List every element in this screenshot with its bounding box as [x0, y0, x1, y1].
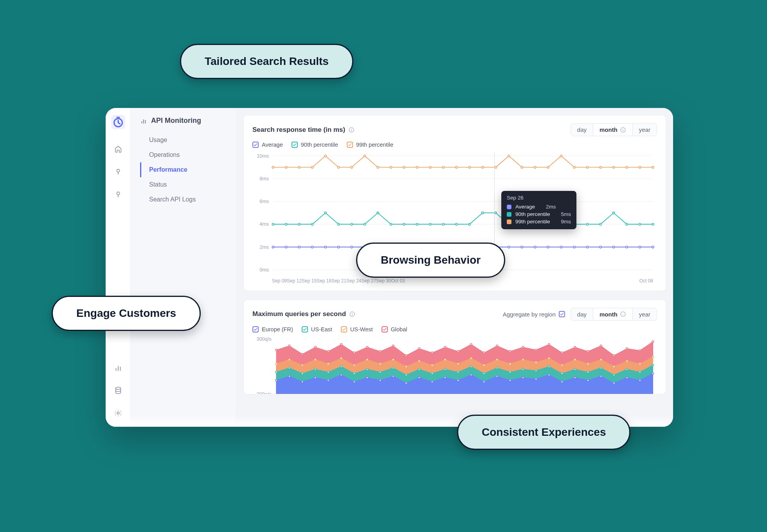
sidebar-item-status[interactable]: Status	[140, 177, 236, 192]
legend-item[interactable]: 99th percentile	[347, 142, 393, 148]
aggregate-label: Aggregate by region	[503, 311, 556, 318]
sidebar-items: Usage Operations Performance Status Sear…	[131, 133, 236, 207]
svg-point-129	[470, 343, 472, 345]
svg-point-172	[639, 363, 641, 365]
info-icon[interactable]	[348, 127, 355, 133]
svg-point-25	[338, 246, 340, 248]
legend-label: Europe (FR)	[262, 326, 293, 332]
svg-point-194	[535, 370, 537, 372]
svg-point-84	[324, 155, 326, 157]
svg-point-211	[366, 376, 368, 378]
bar-chart-icon[interactable]	[114, 363, 122, 372]
svg-point-3	[117, 192, 119, 195]
svg-point-150	[353, 364, 355, 366]
x-tick: Sep 09	[272, 278, 287, 284]
svg-point-189	[470, 365, 472, 367]
pin-icon[interactable]	[114, 167, 122, 176]
sidebar-item-search-api-logs[interactable]: Search API Logs	[140, 192, 236, 207]
svg-point-223	[522, 376, 524, 378]
database-icon[interactable]	[114, 386, 122, 395]
legend-item[interactable]: US-East	[302, 326, 332, 332]
gear-icon[interactable]	[114, 409, 122, 417]
svg-point-64	[456, 223, 457, 225]
svg-point-214	[405, 382, 407, 384]
x-tick: Sep 24	[346, 278, 361, 284]
svg-point-199	[600, 367, 602, 369]
svg-point-55	[338, 223, 340, 225]
range-year[interactable]: year	[633, 124, 657, 136]
svg-text:0ms: 0ms	[259, 267, 269, 273]
legend-item[interactable]: Global	[382, 326, 407, 332]
svg-text:8ms: 8ms	[259, 176, 269, 182]
svg-point-158	[457, 363, 459, 365]
range-month[interactable]: month	[593, 308, 633, 320]
svg-point-105	[600, 166, 601, 168]
sidebar-item-performance[interactable]: Performance	[140, 162, 236, 177]
svg-point-119	[340, 343, 342, 345]
svg-point-50	[272, 223, 274, 225]
svg-point-207	[314, 376, 316, 378]
sidebar-item-usage[interactable]: Usage	[140, 133, 236, 147]
home-icon[interactable]	[114, 145, 122, 153]
svg-point-40	[534, 246, 536, 248]
tooltip-row: 90th percentile5ms	[507, 210, 571, 218]
range-year[interactable]: year	[633, 308, 657, 320]
info-icon[interactable]	[349, 311, 355, 317]
range-month-label: month	[600, 311, 618, 318]
svg-point-212	[379, 379, 381, 381]
svg-point-159	[470, 357, 472, 359]
checkbox-icon	[252, 326, 259, 332]
x-tick: Sep 15	[302, 278, 317, 284]
legend-item[interactable]: 90th percentile	[292, 142, 338, 148]
svg-point-178	[328, 371, 329, 373]
sidebar-item-operations[interactable]: Operations	[140, 147, 236, 162]
svg-point-121	[366, 346, 368, 348]
card-header-right: Aggregate by region day month year	[503, 308, 657, 321]
range-month[interactable]: month	[593, 124, 633, 136]
svg-point-118	[328, 350, 329, 352]
pin-icon[interactable]	[114, 190, 122, 199]
svg-point-63	[442, 223, 444, 225]
svg-point-98	[508, 155, 510, 157]
svg-text:6ms: 6ms	[259, 199, 269, 204]
svg-point-215	[418, 376, 420, 378]
svg-point-218	[457, 379, 459, 381]
app-logo[interactable]	[111, 115, 125, 129]
svg-point-182	[379, 371, 381, 373]
legend-item[interactable]: Europe (FR)	[252, 326, 293, 332]
bar-chart-icon	[140, 117, 147, 124]
svg-point-43	[573, 246, 575, 248]
svg-point-97	[495, 166, 497, 168]
svg-point-120	[353, 352, 355, 354]
tooltip-value: 5ms	[561, 211, 571, 217]
svg-point-188	[457, 371, 459, 373]
svg-point-48	[639, 246, 641, 248]
qps-chart[interactable]: 300q/s200q/s	[252, 336, 657, 394]
svg-point-146	[301, 364, 303, 366]
svg-point-83	[311, 166, 313, 168]
svg-point-76	[613, 212, 615, 214]
legend-item[interactable]: US-West	[341, 326, 373, 332]
svg-point-134	[535, 349, 537, 351]
tooltip-value: 2ms	[546, 204, 556, 210]
svg-point-93	[442, 166, 444, 168]
tooltip-date: Sep 26	[507, 195, 571, 201]
range-day[interactable]: day	[571, 124, 593, 136]
svg-point-140	[613, 354, 615, 356]
svg-point-184	[405, 374, 407, 376]
checkbox-icon	[302, 326, 308, 332]
aggregate-toggle[interactable]: Aggregate by region	[503, 311, 565, 318]
svg-point-139	[600, 345, 602, 347]
range-day[interactable]: day	[571, 308, 593, 320]
svg-point-154	[405, 365, 407, 367]
svg-point-227	[574, 376, 576, 378]
svg-point-195	[548, 365, 550, 367]
info-icon	[620, 127, 626, 133]
card-title-text: Search response time (in ms)	[252, 126, 345, 134]
legend-label: US-West	[350, 326, 373, 332]
svg-point-89	[390, 166, 392, 168]
legend-item[interactable]: Average	[252, 142, 283, 148]
svg-point-175	[288, 367, 290, 369]
svg-point-222	[509, 379, 511, 381]
svg-point-123	[393, 345, 394, 347]
